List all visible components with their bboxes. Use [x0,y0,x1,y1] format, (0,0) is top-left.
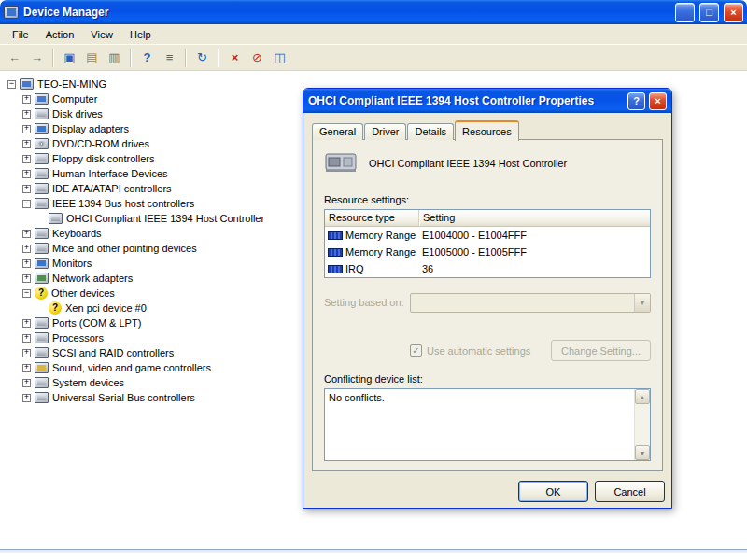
tab-driver[interactable]: Driver [364,123,406,140]
expand-icon[interactable]: + [22,140,31,148]
ide-icon [35,183,49,194]
expand-icon[interactable]: + [22,170,31,178]
menu-action[interactable]: Action [37,26,83,43]
expand-icon[interactable]: + [22,334,31,343]
forward-button[interactable]: → [26,48,48,68]
collapse-icon[interactable]: − [22,200,31,208]
sound-icon [35,362,49,373]
export-list-button[interactable]: ≡ [159,48,180,68]
disable-button[interactable]: ⊘ [247,48,268,68]
minimize-button[interactable]: _ [675,3,695,22]
tree-item-label: SCSI and RAID controllers [52,347,174,358]
uninstall-button[interactable]: × [224,48,246,68]
print-button[interactable]: ▥ [104,48,125,68]
maximize-button[interactable]: □ [699,3,719,22]
resources-tab-panel: OHCI Compliant IEEE 1394 Host Controller… [312,139,663,471]
expand-icon[interactable]: + [22,364,31,372]
resource-chip-icon [328,248,343,257]
expand-icon[interactable]: + [22,245,31,253]
collapse-icon[interactable]: − [22,289,31,298]
resource-row[interactable]: Memory RangeE1004000 - E1004FFF [325,227,650,244]
resource-setting: E1005000 - E1005FFF [419,246,650,258]
tree-item-label: Mice and other pointing devices [52,243,197,254]
toolbar-separator [218,49,219,67]
scan-hardware-button[interactable]: ◫ [269,48,290,68]
expand-icon[interactable]: + [22,319,31,328]
titlebar: Device Manager _ □ × [0,0,747,24]
ok-button[interactable]: OK [518,481,588,502]
dialog-title: OHCI Compliant IEEE 1394 Host Controller… [308,94,624,107]
cancel-button[interactable]: Cancel [595,481,665,502]
device-manager-window: Device Manager _ □ × FileActionViewHelp … [0,0,747,560]
toolbar-separator [52,49,54,67]
tab-details[interactable]: Details [407,123,454,140]
expand-icon[interactable]: + [22,349,31,357]
setting-based-on-combo[interactable]: ▼ [410,293,651,313]
tab-general[interactable]: General [312,123,363,140]
scroll-down-icon[interactable]: ▼ [635,445,650,460]
expand-icon[interactable]: + [22,230,31,238]
tree-item-label: DVD/CD-ROM drives [52,138,149,149]
tree-item-label: System devices [52,377,124,388]
expand-icon[interactable]: + [22,95,31,104]
resource-setting: 36 [419,263,650,274]
conflicts-text: No conflicts. [325,389,634,460]
tree-item-label: Ports (COM & LPT) [52,317,141,329]
resource-type: Memory Range [345,230,416,241]
window-title: Device Manager [23,6,670,19]
column-header-resource-type[interactable]: Resource type [325,210,419,226]
disk-icon [35,108,49,119]
i1394-icon [35,198,49,209]
expand-icon[interactable]: + [22,259,31,268]
update-driver-button[interactable]: ↻ [191,48,213,68]
resource-settings-label: Resource settings: [324,194,409,205]
expand-icon[interactable]: + [22,125,31,133]
expand-icon[interactable]: + [22,155,31,163]
tree-item-label: Processors [52,332,104,343]
expand-icon[interactable]: + [22,394,31,402]
expand-icon[interactable]: + [22,274,31,283]
expand-icon[interactable]: + [22,110,31,119]
resource-row[interactable]: IRQ36 [325,260,650,277]
ieee1394-controller-icon [324,149,358,177]
tree-item-label: Monitors [52,258,92,269]
menu-file[interactable]: File [4,26,37,43]
properties-button[interactable]: ▤ [81,48,103,68]
scroll-up-icon[interactable]: ▲ [635,389,650,404]
tree-item-label: Disk drives [52,108,103,119]
show-console-tree-button[interactable]: ▣ [59,48,80,68]
combo-dropdown-arrow-icon[interactable]: ▼ [634,294,650,312]
close-button[interactable]: × [724,3,743,22]
dialog-help-button[interactable]: ? [627,92,645,110]
tab-resources[interactable]: Resources [455,120,519,141]
resource-chip-icon [328,265,343,273]
conflict-list-scrollbar[interactable]: ▲ ▼ [634,389,650,460]
tree-item-label: IEEE 1394 Bus host controllers [52,198,194,209]
i1394-icon [49,213,63,224]
expand-icon[interactable]: + [22,379,31,387]
computer2-icon [35,93,49,105]
change-setting-button[interactable]: Change Setting... [551,340,651,361]
tree-item-label: Keyboards [52,228,102,239]
expand-icon[interactable]: + [22,185,31,193]
back-button[interactable]: ← [4,48,25,68]
device-header: OHCI Compliant IEEE 1394 Host Controller [324,149,651,177]
cdrom-icon [35,138,49,149]
column-header-setting[interactable]: Setting [419,210,650,226]
dialog-close-button[interactable]: × [649,92,667,110]
tab-strip: GeneralDriverDetailsResources [312,119,519,140]
menu-help[interactable]: Help [121,26,160,43]
tree-item-label: Display adapters [52,123,129,134]
resource-setting: E1004000 - E1004FFF [419,230,650,241]
help-button[interactable]: ? [136,48,158,68]
tree-item-label: Computer [52,93,97,105]
resource-listview: Resource type Setting Memory RangeE10040… [324,209,651,278]
resource-row[interactable]: Memory RangeE1005000 - E1005FFF [325,244,650,260]
collapse-icon[interactable]: − [7,80,16,89]
menu-view[interactable]: View [82,26,121,43]
tree-item-label: Xen pci device #0 [65,302,147,314]
conflicting-device-list[interactable]: No conflicts. ▲ ▼ [324,388,651,461]
dialog-buttons: OK Cancel [518,481,665,502]
network-icon [35,273,49,284]
use-automatic-settings-checkbox[interactable]: ✓ [410,344,422,357]
